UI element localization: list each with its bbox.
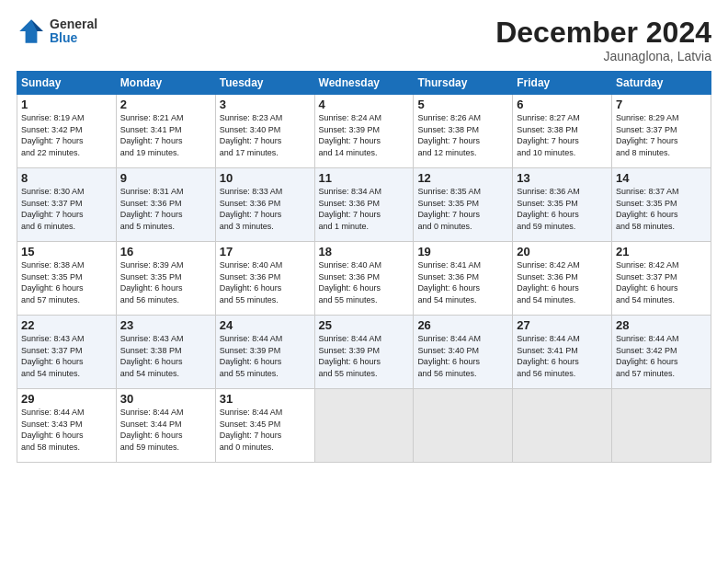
day-cell: 15Sunrise: 8:38 AM Sunset: 3:35 PM Dayli…	[17, 242, 117, 316]
day-info: Sunrise: 8:35 AM Sunset: 3:35 PM Dayligh…	[417, 186, 508, 232]
day-info: Sunrise: 8:21 AM Sunset: 3:41 PM Dayligh…	[120, 112, 211, 158]
calendar-container: General Blue December 2024 Jaunaglona, L…	[0, 0, 728, 563]
day-number: 23	[120, 318, 211, 332]
day-info: Sunrise: 8:42 AM Sunset: 3:37 PM Dayligh…	[616, 259, 707, 305]
day-number: 29	[21, 392, 112, 406]
day-cell	[314, 389, 414, 463]
logo-general: General	[50, 17, 97, 31]
day-info: Sunrise: 8:44 AM Sunset: 3:39 PM Dayligh…	[220, 333, 311, 379]
day-cell: 14Sunrise: 8:37 AM Sunset: 3:35 PM Dayli…	[612, 168, 711, 242]
day-number: 31	[220, 392, 311, 406]
day-cell	[612, 389, 711, 463]
day-info: Sunrise: 8:19 AM Sunset: 3:42 PM Dayligh…	[21, 112, 112, 158]
day-number: 1	[21, 98, 112, 111]
header-sunday: Sunday	[17, 72, 117, 95]
logo-blue: Blue	[50, 31, 97, 45]
day-cell: 23Sunrise: 8:43 AM Sunset: 3:38 PM Dayli…	[116, 316, 215, 389]
day-number: 11	[319, 171, 410, 185]
day-info: Sunrise: 8:44 AM Sunset: 3:41 PM Dayligh…	[517, 333, 608, 379]
day-cell: 16Sunrise: 8:39 AM Sunset: 3:35 PM Dayli…	[116, 242, 215, 316]
day-cell: 7Sunrise: 8:29 AM Sunset: 3:37 PM Daylig…	[612, 95, 711, 168]
day-info: Sunrise: 8:30 AM Sunset: 3:37 PM Dayligh…	[21, 186, 112, 232]
day-number: 3	[220, 98, 311, 111]
day-info: Sunrise: 8:31 AM Sunset: 3:36 PM Dayligh…	[120, 186, 211, 232]
day-info: Sunrise: 8:44 AM Sunset: 3:42 PM Dayligh…	[616, 333, 707, 379]
day-number: 8	[21, 171, 112, 185]
day-cell: 11Sunrise: 8:34 AM Sunset: 3:36 PM Dayli…	[314, 168, 414, 242]
day-number: 4	[319, 98, 410, 111]
day-number: 9	[120, 171, 211, 185]
header-wednesday: Wednesday	[314, 72, 414, 95]
day-cell: 17Sunrise: 8:40 AM Sunset: 3:36 PM Dayli…	[215, 242, 314, 316]
day-info: Sunrise: 8:44 AM Sunset: 3:39 PM Dayligh…	[319, 333, 410, 379]
header-row: Sunday Monday Tuesday Wednesday Thursday…	[17, 72, 711, 95]
day-number: 21	[616, 245, 707, 259]
header-tuesday: Tuesday	[215, 72, 314, 95]
day-info: Sunrise: 8:27 AM Sunset: 3:38 PM Dayligh…	[517, 112, 608, 158]
day-info: Sunrise: 8:33 AM Sunset: 3:36 PM Dayligh…	[220, 186, 311, 232]
day-cell: 5Sunrise: 8:26 AM Sunset: 3:38 PM Daylig…	[414, 95, 513, 168]
header-monday: Monday	[116, 72, 215, 95]
day-cell	[513, 389, 612, 463]
header-saturday: Saturday	[612, 72, 711, 95]
day-cell: 3Sunrise: 8:23 AM Sunset: 3:40 PM Daylig…	[215, 95, 314, 168]
day-cell: 2Sunrise: 8:21 AM Sunset: 3:41 PM Daylig…	[116, 95, 215, 168]
table-row: 22Sunrise: 8:43 AM Sunset: 3:37 PM Dayli…	[17, 316, 711, 389]
day-info: Sunrise: 8:42 AM Sunset: 3:36 PM Dayligh…	[517, 259, 608, 305]
header-friday: Friday	[513, 72, 612, 95]
location: Jaunaglona, Latvia	[495, 49, 711, 63]
day-info: Sunrise: 8:40 AM Sunset: 3:36 PM Dayligh…	[319, 259, 410, 305]
day-cell: 26Sunrise: 8:44 AM Sunset: 3:40 PM Dayli…	[414, 316, 513, 389]
day-cell: 18Sunrise: 8:40 AM Sunset: 3:36 PM Dayli…	[314, 242, 414, 316]
header-thursday: Thursday	[414, 72, 513, 95]
day-cell: 28Sunrise: 8:44 AM Sunset: 3:42 PM Dayli…	[612, 316, 711, 389]
day-info: Sunrise: 8:43 AM Sunset: 3:38 PM Dayligh…	[120, 333, 211, 379]
day-number: 18	[319, 245, 410, 259]
day-number: 22	[21, 318, 112, 332]
day-cell: 9Sunrise: 8:31 AM Sunset: 3:36 PM Daylig…	[116, 168, 215, 242]
logo-icon	[17, 17, 46, 46]
day-cell: 1Sunrise: 8:19 AM Sunset: 3:42 PM Daylig…	[17, 95, 117, 168]
day-info: Sunrise: 8:36 AM Sunset: 3:35 PM Dayligh…	[517, 186, 608, 232]
day-number: 2	[120, 98, 211, 111]
day-number: 30	[120, 392, 211, 406]
day-number: 14	[616, 171, 707, 185]
day-info: Sunrise: 8:24 AM Sunset: 3:39 PM Dayligh…	[319, 112, 410, 158]
day-info: Sunrise: 8:44 AM Sunset: 3:44 PM Dayligh…	[120, 407, 211, 453]
day-number: 26	[417, 318, 508, 332]
day-cell: 13Sunrise: 8:36 AM Sunset: 3:35 PM Dayli…	[513, 168, 612, 242]
day-number: 25	[319, 318, 410, 332]
day-cell: 8Sunrise: 8:30 AM Sunset: 3:37 PM Daylig…	[17, 168, 117, 242]
day-info: Sunrise: 8:37 AM Sunset: 3:35 PM Dayligh…	[616, 186, 707, 232]
day-number: 13	[517, 171, 608, 185]
day-number: 12	[417, 171, 508, 185]
day-info: Sunrise: 8:23 AM Sunset: 3:40 PM Dayligh…	[220, 112, 311, 158]
day-cell: 6Sunrise: 8:27 AM Sunset: 3:38 PM Daylig…	[513, 95, 612, 168]
day-info: Sunrise: 8:40 AM Sunset: 3:36 PM Dayligh…	[220, 259, 311, 305]
day-cell: 29Sunrise: 8:44 AM Sunset: 3:43 PM Dayli…	[17, 389, 117, 463]
logo: General Blue	[17, 17, 97, 46]
day-info: Sunrise: 8:41 AM Sunset: 3:36 PM Dayligh…	[417, 259, 508, 305]
day-info: Sunrise: 8:44 AM Sunset: 3:40 PM Dayligh…	[417, 333, 508, 379]
day-info: Sunrise: 8:43 AM Sunset: 3:37 PM Dayligh…	[21, 333, 112, 379]
month-title: December 2024	[495, 17, 711, 49]
day-cell: 24Sunrise: 8:44 AM Sunset: 3:39 PM Dayli…	[215, 316, 314, 389]
day-cell: 25Sunrise: 8:44 AM Sunset: 3:39 PM Dayli…	[314, 316, 414, 389]
logo-text: General Blue	[50, 17, 97, 46]
day-info: Sunrise: 8:44 AM Sunset: 3:45 PM Dayligh…	[220, 407, 311, 453]
day-number: 16	[120, 245, 211, 259]
day-cell: 12Sunrise: 8:35 AM Sunset: 3:35 PM Dayli…	[414, 168, 513, 242]
day-info: Sunrise: 8:26 AM Sunset: 3:38 PM Dayligh…	[417, 112, 508, 158]
day-cell: 22Sunrise: 8:43 AM Sunset: 3:37 PM Dayli…	[17, 316, 117, 389]
day-cell: 21Sunrise: 8:42 AM Sunset: 3:37 PM Dayli…	[612, 242, 711, 316]
day-info: Sunrise: 8:38 AM Sunset: 3:35 PM Dayligh…	[21, 259, 112, 305]
calendar-table: Sunday Monday Tuesday Wednesday Thursday…	[17, 71, 711, 463]
day-cell: 19Sunrise: 8:41 AM Sunset: 3:36 PM Dayli…	[414, 242, 513, 316]
day-cell	[414, 389, 513, 463]
day-number: 6	[517, 98, 608, 111]
day-info: Sunrise: 8:34 AM Sunset: 3:36 PM Dayligh…	[319, 186, 410, 232]
day-number: 10	[220, 171, 311, 185]
day-number: 20	[517, 245, 608, 259]
day-number: 19	[417, 245, 508, 259]
day-cell: 10Sunrise: 8:33 AM Sunset: 3:36 PM Dayli…	[215, 168, 314, 242]
